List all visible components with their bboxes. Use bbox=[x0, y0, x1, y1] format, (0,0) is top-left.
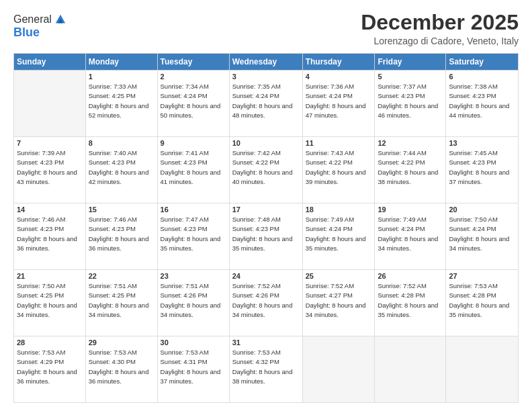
day-info: Sunrise: 7:39 AMSunset: 4:23 PMDaylight:… bbox=[17, 148, 83, 187]
day-info: Sunrise: 7:38 AMSunset: 4:23 PMDaylight:… bbox=[449, 82, 515, 120]
day-info: Sunrise: 7:36 AMSunset: 4:24 PMDaylight:… bbox=[306, 82, 372, 120]
calendar-cell: 17Sunrise: 7:48 AMSunset: 4:23 PMDayligh… bbox=[229, 203, 302, 270]
calendar-cell: 27Sunrise: 7:53 AMSunset: 4:28 PMDayligh… bbox=[446, 270, 519, 336]
day-info: Sunrise: 7:35 AMSunset: 4:24 PMDaylight:… bbox=[232, 82, 300, 120]
week-row-3: 21Sunrise: 7:50 AMSunset: 4:25 PMDayligh… bbox=[14, 270, 519, 336]
day-info: Sunrise: 7:37 AMSunset: 4:23 PMDaylight:… bbox=[378, 82, 443, 120]
week-row-4: 28Sunrise: 7:53 AMSunset: 4:29 PMDayligh… bbox=[14, 336, 519, 403]
day-number: 24 bbox=[232, 272, 300, 280]
day-info: Sunrise: 7:42 AMSunset: 4:22 PMDaylight:… bbox=[232, 148, 300, 187]
calendar-cell: 10Sunrise: 7:42 AMSunset: 4:22 PMDayligh… bbox=[229, 137, 302, 203]
calendar-cell bbox=[302, 336, 375, 403]
header: General Blue December 2025 Lorenzago di … bbox=[13, 11, 519, 46]
day-number: 30 bbox=[161, 338, 226, 347]
day-info: Sunrise: 7:48 AMSunset: 4:23 PMDaylight:… bbox=[232, 215, 300, 253]
day-number: 20 bbox=[449, 205, 515, 214]
day-number: 15 bbox=[89, 205, 154, 214]
day-number: 14 bbox=[17, 205, 83, 214]
week-row-1: 7Sunrise: 7:39 AMSunset: 4:23 PMDaylight… bbox=[14, 137, 519, 203]
day-number: 12 bbox=[378, 139, 443, 147]
calendar-cell: 14Sunrise: 7:46 AMSunset: 4:23 PMDayligh… bbox=[14, 203, 86, 270]
calendar-cell: 3Sunrise: 7:35 AMSunset: 4:24 PMDaylight… bbox=[229, 71, 302, 137]
day-number: 3 bbox=[232, 73, 300, 81]
day-info: Sunrise: 7:53 AMSunset: 4:31 PMDaylight:… bbox=[161, 348, 226, 386]
calendar-cell: 15Sunrise: 7:46 AMSunset: 4:23 PMDayligh… bbox=[85, 203, 157, 270]
day-number: 18 bbox=[306, 205, 372, 214]
day-number: 21 bbox=[17, 272, 83, 280]
calendar-cell: 13Sunrise: 7:45 AMSunset: 4:23 PMDayligh… bbox=[446, 137, 519, 203]
day-number: 10 bbox=[232, 139, 300, 147]
day-number: 22 bbox=[89, 272, 154, 280]
day-number: 25 bbox=[306, 272, 372, 280]
calendar-cell: 18Sunrise: 7:49 AMSunset: 4:24 PMDayligh… bbox=[302, 203, 375, 270]
location: Lorenzago di Cadore, Veneto, Italy bbox=[361, 36, 519, 46]
day-info: Sunrise: 7:40 AMSunset: 4:23 PMDaylight:… bbox=[89, 148, 154, 187]
day-info: Sunrise: 7:47 AMSunset: 4:23 PMDaylight:… bbox=[161, 215, 226, 253]
calendar-cell: 5Sunrise: 7:37 AMSunset: 4:23 PMDaylight… bbox=[375, 71, 446, 137]
calendar-cell: 28Sunrise: 7:53 AMSunset: 4:29 PMDayligh… bbox=[14, 336, 86, 403]
calendar-cell: 8Sunrise: 7:40 AMSunset: 4:23 PMDaylight… bbox=[85, 137, 157, 203]
day-info: Sunrise: 7:52 AMSunset: 4:26 PMDaylight:… bbox=[232, 281, 300, 320]
calendar-cell: 4Sunrise: 7:36 AMSunset: 4:24 PMDaylight… bbox=[302, 71, 375, 137]
day-info: Sunrise: 7:52 AMSunset: 4:27 PMDaylight:… bbox=[306, 281, 372, 320]
day-info: Sunrise: 7:46 AMSunset: 4:23 PMDaylight:… bbox=[17, 215, 83, 253]
weekday-header-wednesday: Wednesday bbox=[229, 54, 302, 71]
day-number: 8 bbox=[89, 139, 154, 147]
calendar-cell: 23Sunrise: 7:51 AMSunset: 4:26 PMDayligh… bbox=[157, 270, 229, 336]
calendar-cell: 31Sunrise: 7:53 AMSunset: 4:32 PMDayligh… bbox=[229, 336, 302, 403]
day-number: 9 bbox=[161, 139, 226, 147]
calendar-cell: 22Sunrise: 7:51 AMSunset: 4:25 PMDayligh… bbox=[85, 270, 157, 336]
day-number: 17 bbox=[232, 205, 300, 214]
day-info: Sunrise: 7:53 AMSunset: 4:29 PMDaylight:… bbox=[17, 348, 83, 386]
day-info: Sunrise: 7:51 AMSunset: 4:26 PMDaylight:… bbox=[161, 281, 226, 320]
day-number: 7 bbox=[17, 139, 83, 147]
calendar-cell: 20Sunrise: 7:50 AMSunset: 4:24 PMDayligh… bbox=[446, 203, 519, 270]
weekday-header-friday: Friday bbox=[375, 54, 446, 71]
day-number: 4 bbox=[306, 73, 372, 81]
day-info: Sunrise: 7:44 AMSunset: 4:22 PMDaylight:… bbox=[378, 148, 443, 187]
day-number: 2 bbox=[161, 73, 226, 81]
calendar-cell bbox=[14, 71, 86, 137]
day-info: Sunrise: 7:53 AMSunset: 4:32 PMDaylight:… bbox=[232, 348, 300, 386]
calendar-cell: 21Sunrise: 7:50 AMSunset: 4:25 PMDayligh… bbox=[14, 270, 86, 336]
day-info: Sunrise: 7:49 AMSunset: 4:24 PMDaylight:… bbox=[306, 215, 372, 253]
calendar-cell: 12Sunrise: 7:44 AMSunset: 4:22 PMDayligh… bbox=[375, 137, 446, 203]
logo-icon bbox=[54, 13, 66, 26]
day-number: 28 bbox=[17, 338, 83, 347]
day-number: 5 bbox=[378, 73, 443, 81]
week-row-2: 14Sunrise: 7:46 AMSunset: 4:23 PMDayligh… bbox=[14, 203, 519, 270]
day-number: 31 bbox=[232, 338, 300, 347]
day-info: Sunrise: 7:33 AMSunset: 4:25 PMDaylight:… bbox=[89, 82, 154, 120]
month-title: December 2025 bbox=[361, 11, 519, 34]
calendar-cell: 11Sunrise: 7:43 AMSunset: 4:22 PMDayligh… bbox=[302, 137, 375, 203]
day-number: 19 bbox=[378, 205, 443, 214]
day-info: Sunrise: 7:50 AMSunset: 4:24 PMDaylight:… bbox=[449, 215, 515, 253]
day-number: 6 bbox=[449, 73, 515, 81]
week-row-0: 1Sunrise: 7:33 AMSunset: 4:25 PMDaylight… bbox=[14, 71, 519, 137]
calendar-cell: 2Sunrise: 7:34 AMSunset: 4:24 PMDaylight… bbox=[157, 71, 229, 137]
calendar-cell: 30Sunrise: 7:53 AMSunset: 4:31 PMDayligh… bbox=[157, 336, 229, 403]
day-number: 27 bbox=[449, 272, 515, 280]
day-info: Sunrise: 7:34 AMSunset: 4:24 PMDaylight:… bbox=[161, 82, 226, 120]
calendar-cell: 19Sunrise: 7:49 AMSunset: 4:24 PMDayligh… bbox=[375, 203, 446, 270]
weekday-row: SundayMondayTuesdayWednesdayThursdayFrid… bbox=[14, 54, 519, 71]
day-number: 1 bbox=[89, 73, 154, 81]
weekday-header-tuesday: Tuesday bbox=[157, 54, 229, 71]
day-info: Sunrise: 7:41 AMSunset: 4:23 PMDaylight:… bbox=[161, 148, 226, 187]
calendar-cell: 1Sunrise: 7:33 AMSunset: 4:25 PMDaylight… bbox=[85, 71, 157, 137]
page: General Blue December 2025 Lorenzago di … bbox=[0, 0, 532, 411]
calendar-cell: 24Sunrise: 7:52 AMSunset: 4:26 PMDayligh… bbox=[229, 270, 302, 336]
day-info: Sunrise: 7:45 AMSunset: 4:23 PMDaylight:… bbox=[449, 148, 515, 187]
logo: General Blue bbox=[13, 13, 66, 40]
day-info: Sunrise: 7:52 AMSunset: 4:28 PMDaylight:… bbox=[378, 281, 443, 320]
weekday-header-saturday: Saturday bbox=[446, 54, 519, 71]
calendar-cell: 9Sunrise: 7:41 AMSunset: 4:23 PMDaylight… bbox=[157, 137, 229, 203]
weekday-header-sunday: Sunday bbox=[14, 54, 86, 71]
day-info: Sunrise: 7:46 AMSunset: 4:23 PMDaylight:… bbox=[89, 215, 154, 253]
calendar-header: SundayMondayTuesdayWednesdayThursdayFrid… bbox=[14, 54, 519, 71]
logo-general-text: General bbox=[13, 13, 52, 26]
day-info: Sunrise: 7:49 AMSunset: 4:24 PMDaylight:… bbox=[378, 215, 443, 253]
calendar-cell: 7Sunrise: 7:39 AMSunset: 4:23 PMDaylight… bbox=[14, 137, 86, 203]
day-number: 11 bbox=[306, 139, 372, 147]
title-block: December 2025 Lorenzago di Cadore, Venet… bbox=[361, 11, 519, 46]
